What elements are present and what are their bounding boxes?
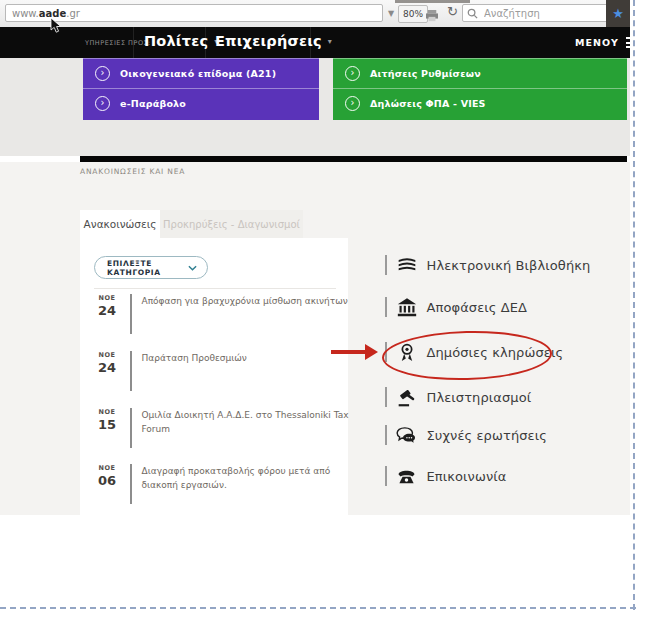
quick-link-label: Επικοινωνία bbox=[427, 469, 507, 484]
news-title-link[interactable]: Διαγραφή προκαταβολής φόρου μετά από δια… bbox=[142, 464, 354, 504]
news-month: ΝΟΕ bbox=[94, 351, 120, 359]
menu-button[interactable]: ΜΕΝΟΥ bbox=[575, 37, 639, 48]
nav-item-citizens[interactable]: Πολίτες▾ bbox=[144, 33, 218, 49]
url-suffix: .gr bbox=[66, 8, 80, 19]
date-divider bbox=[130, 464, 132, 504]
news-item: ΝΟΕ 24 Απόφαση για βραχυχρόνια μίσθωση α… bbox=[94, 294, 354, 334]
news-item: ΝΟΕ 24 Παράταση Προθεσμιών bbox=[94, 351, 354, 391]
site-navbar: ΥΠΗΡΕΣΙΕΣ ΠΡΟΣ: Πολίτες▾ Επιχειρήσεις▾ Μ… bbox=[0, 27, 630, 58]
quick-link-label: Πλειστηριασμοί bbox=[427, 390, 532, 405]
printer-icon[interactable] bbox=[425, 7, 439, 26]
link-bar bbox=[385, 425, 387, 445]
panel-link-arrangements[interactable]: › Αιτήσεις Ρυθμίσεων bbox=[333, 58, 627, 88]
url-prefix: www. bbox=[12, 8, 39, 19]
news-title-link[interactable]: Ομιλία Διοικητή Α.Α.Δ.Ε. στο Thessalonik… bbox=[142, 408, 354, 448]
date-divider bbox=[130, 408, 132, 448]
zoom-level-control[interactable]: 80% bbox=[398, 5, 428, 23]
news-month: ΝΟΕ bbox=[94, 294, 120, 302]
bank-icon bbox=[396, 298, 418, 317]
quick-link-label: Ηλεκτρονική Βιβλιοθήκη bbox=[427, 258, 591, 273]
circle-arrow-icon: › bbox=[345, 96, 360, 111]
circle-arrow-icon: › bbox=[95, 66, 110, 81]
news-date: ΝΟΕ 06 bbox=[94, 464, 120, 504]
quick-link-contact[interactable]: Επικοινωνία bbox=[385, 464, 506, 488]
news-date: ΝΟΕ 15 bbox=[94, 408, 120, 448]
quick-link-ded-decisions[interactable]: Αποφάσεις ΔΕΔ bbox=[385, 295, 527, 319]
panel-link-label: e-Παράβολο bbox=[120, 98, 186, 109]
library-icon bbox=[396, 256, 418, 274]
news-section-heading: ΑΝΑΚΟΙΝΩΣΕΙΣ ΚΑΙ ΝΕΑ bbox=[80, 167, 185, 176]
services-to-label: ΥΠΗΡΕΣΙΕΣ ΠΡΟΣ: bbox=[85, 39, 151, 47]
menu-label: ΜΕΝΟΥ bbox=[575, 37, 619, 48]
panel-link-eparavolo[interactable]: › e-Παράβολο bbox=[83, 88, 319, 118]
news-date: ΝΟΕ 24 bbox=[94, 294, 120, 334]
panel-link-family-benefit[interactable]: › Οικογενειακό επίδομα (Α21) bbox=[83, 58, 319, 88]
reload-icon[interactable]: ↻ bbox=[447, 4, 458, 19]
news-title-link[interactable]: Απόφαση για βραχυχρόνια μίσθωση ακινήτων bbox=[142, 294, 354, 334]
nav-item-business-label: Επιχειρήσεις bbox=[215, 33, 322, 49]
news-month: ΝΟΕ bbox=[94, 464, 120, 472]
list-divider bbox=[94, 288, 336, 289]
quick-link-elibrary[interactable]: Ηλεκτρονική Βιβλιοθήκη bbox=[385, 253, 590, 277]
urlbar-dropdown-icon[interactable]: ▼ bbox=[388, 9, 394, 18]
screenshot-canvas: www.aade.gr ▼ 80% ↻ ★ ΥΠΗΡΕΣΙΕΣ ΠΡΟΣ: Πο… bbox=[0, 0, 653, 619]
annotation-arrow-head bbox=[365, 344, 378, 360]
news-item: ΝΟΕ 15 Ομιλία Διοικητή Α.Α.Δ.Ε. στο Thes… bbox=[94, 408, 354, 448]
chevron-down-icon: ▾ bbox=[328, 37, 332, 46]
business-quick-panel: › Αιτήσεις Ρυθμίσεων › Δηλώσεις ΦΠΑ - VI… bbox=[333, 58, 627, 120]
search-input[interactable] bbox=[482, 7, 606, 20]
quick-link-label: Δημόσιες κληρώσεις bbox=[427, 345, 564, 360]
search-icon bbox=[467, 8, 478, 19]
medal-icon bbox=[396, 342, 418, 363]
screenshot-artifact bbox=[395, 0, 470, 3]
link-bar bbox=[385, 342, 387, 362]
quick-link-public-draws[interactable]: Δημόσιες κληρώσεις bbox=[385, 340, 563, 364]
link-bar bbox=[385, 466, 387, 486]
select-category-button[interactable]: ΕΠΙΛΕΞΤΕ ΚΑΤΗΓΟΡΙΑ bbox=[94, 256, 208, 279]
news-date: ΝΟΕ 24 bbox=[94, 351, 120, 391]
news-title-link[interactable]: Παράταση Προθεσμιών bbox=[142, 351, 354, 391]
browser-search-field[interactable] bbox=[462, 4, 612, 22]
mouse-cursor bbox=[50, 17, 62, 38]
nav-item-business[interactable]: Επιχειρήσεις▾ bbox=[215, 33, 332, 49]
date-divider bbox=[130, 294, 132, 334]
quick-link-auctions[interactable]: Πλειστηριασμοί bbox=[385, 385, 531, 409]
link-bar bbox=[385, 297, 387, 317]
selection-border-bottom bbox=[0, 607, 636, 609]
phone-icon bbox=[396, 468, 418, 484]
panel-link-label: Αιτήσεις Ρυθμίσεων bbox=[370, 68, 481, 79]
news-day: 15 bbox=[94, 417, 120, 432]
news-day: 06 bbox=[94, 473, 120, 488]
chevron-down-icon bbox=[188, 265, 197, 271]
nav-item-citizens-label: Πολίτες bbox=[144, 33, 208, 49]
circle-arrow-icon: › bbox=[95, 96, 110, 111]
link-bar bbox=[385, 387, 387, 407]
link-bar bbox=[385, 255, 387, 275]
date-divider bbox=[130, 351, 132, 391]
panel-link-label: Οικογενειακό επίδομα (Α21) bbox=[120, 68, 276, 79]
chat-bubbles-icon bbox=[396, 427, 418, 444]
gavel-icon bbox=[396, 388, 418, 407]
quick-link-label: Αποφάσεις ΔΕΔ bbox=[427, 300, 528, 315]
annotation-arrow bbox=[331, 350, 367, 354]
select-category-label: ΕΠΙΛΕΞΤΕ ΚΑΤΗΓΟΡΙΑ bbox=[107, 259, 188, 277]
tab-announcements[interactable]: Ανακοινώσεις bbox=[80, 210, 160, 238]
browser-toolbar: www.aade.gr ▼ 80% ↻ ★ bbox=[0, 0, 630, 28]
toolbar-dark-corner: ★ bbox=[606, 0, 630, 27]
panel-link-vat-vies[interactable]: › Δηλώσεις ΦΠΑ - VIES bbox=[333, 88, 627, 118]
news-day: 24 bbox=[94, 360, 120, 375]
quick-link-faq[interactable]: Συχνές ερωτήσεις bbox=[385, 423, 547, 447]
news-day: 24 bbox=[94, 303, 120, 318]
panel-link-label: Δηλώσεις ΦΠΑ - VIES bbox=[370, 98, 486, 109]
news-item: ΝΟΕ 06 Διαγραφή προκαταβολής φόρου μετά … bbox=[94, 464, 354, 504]
news-month: ΝΟΕ bbox=[94, 408, 120, 416]
citizens-quick-panel: › Οικογενειακό επίδομα (Α21) › e-Παράβολ… bbox=[83, 58, 319, 120]
quick-link-label: Συχνές ερωτήσεις bbox=[427, 428, 547, 443]
bookmark-star-icon[interactable]: ★ bbox=[612, 6, 624, 21]
circle-arrow-icon: › bbox=[345, 66, 360, 81]
selection-border-right bbox=[633, 0, 635, 610]
tab-tenders[interactable]: Προκηρύξεις - Διαγωνισμοί bbox=[160, 210, 303, 238]
